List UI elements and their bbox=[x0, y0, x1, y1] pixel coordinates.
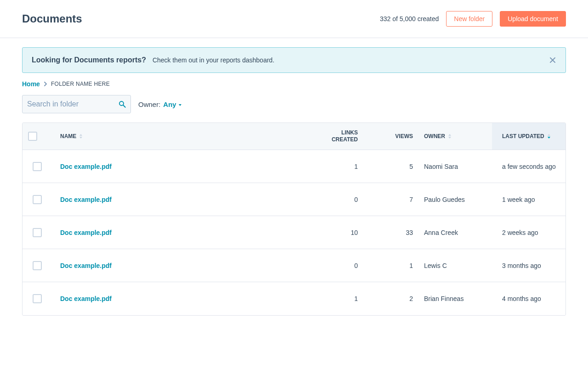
info-banner: Looking for Documents reports? Check the… bbox=[22, 47, 566, 73]
search-wrapper bbox=[22, 95, 131, 113]
column-header-last-updated[interactable]: LAST UPDATED bbox=[492, 123, 565, 150]
svg-marker-7 bbox=[548, 137, 550, 139]
document-link[interactable]: Doc example.pdf bbox=[60, 196, 112, 203]
column-header-links-created[interactable]: LINKS CREATED bbox=[308, 123, 363, 150]
page-title: Documents bbox=[22, 12, 82, 25]
row-checkbox-cell bbox=[23, 249, 50, 282]
breadcrumb-current: FOLDER NAME HERE bbox=[51, 81, 110, 87]
row-checkbox[interactable] bbox=[33, 294, 42, 303]
cell-links-created: 1 bbox=[308, 150, 363, 183]
column-header-owner-label: OWNER bbox=[424, 133, 445, 139]
cell-last-updated: a few seconds ago bbox=[492, 150, 565, 183]
column-header-last-updated-label: LAST UPDATED bbox=[502, 133, 544, 139]
document-link[interactable]: Doc example.pdf bbox=[60, 229, 112, 236]
svg-marker-6 bbox=[548, 134, 550, 136]
svg-marker-5 bbox=[448, 137, 451, 139]
cell-links-created: 0 bbox=[308, 249, 363, 282]
cell-name: Doc example.pdf bbox=[50, 249, 308, 282]
table-row: Doc example.pdf1033Anna Creek2 weeks ago bbox=[23, 216, 565, 249]
column-header-name-label: NAME bbox=[60, 133, 76, 139]
banner-title: Looking for Documents reports? bbox=[32, 56, 146, 64]
breadcrumb: Home FOLDER NAME HERE bbox=[22, 80, 566, 88]
cell-last-updated: 1 week ago bbox=[492, 183, 565, 216]
cell-views: 2 bbox=[363, 282, 418, 315]
cell-links-created: 0 bbox=[308, 183, 363, 216]
cell-last-updated: 4 months ago bbox=[492, 282, 565, 315]
upload-document-button[interactable]: Upload document bbox=[500, 11, 566, 27]
select-all-checkbox[interactable] bbox=[28, 132, 37, 141]
cell-views: 1 bbox=[363, 249, 418, 282]
cell-owner: Naomi Sara bbox=[418, 150, 492, 183]
svg-line-1 bbox=[123, 105, 125, 107]
svg-marker-3 bbox=[79, 137, 82, 139]
table-row: Doc example.pdf15Naomi Saraa few seconds… bbox=[23, 150, 565, 183]
cell-name: Doc example.pdf bbox=[50, 183, 308, 216]
table-row: Doc example.pdf07Paulo Guedes1 week ago bbox=[23, 183, 565, 216]
cell-views: 7 bbox=[363, 183, 418, 216]
cell-name: Doc example.pdf bbox=[50, 282, 308, 315]
owner-filter-dropdown[interactable]: Any bbox=[163, 100, 181, 108]
column-header-links-l2: CREATED bbox=[332, 136, 358, 143]
page-header: Documents 332 of 5,000 created New folde… bbox=[0, 0, 588, 38]
header-checkbox-cell bbox=[23, 123, 50, 150]
table-body: Doc example.pdf15Naomi Saraa few seconds… bbox=[23, 150, 565, 315]
cell-views: 5 bbox=[363, 150, 418, 183]
caret-down-icon bbox=[178, 100, 182, 108]
column-header-links-l1: LINKS bbox=[341, 129, 358, 136]
new-folder-button[interactable]: New folder bbox=[446, 11, 492, 27]
document-link[interactable]: Doc example.pdf bbox=[60, 163, 112, 170]
breadcrumb-home[interactable]: Home bbox=[22, 80, 40, 88]
cell-links-created: 10 bbox=[308, 216, 363, 249]
row-checkbox[interactable] bbox=[33, 162, 42, 171]
row-checkbox-cell bbox=[23, 282, 50, 315]
sort-icon bbox=[547, 134, 551, 139]
column-header-views-label: VIEWS bbox=[395, 133, 413, 139]
row-checkbox-cell bbox=[23, 183, 50, 216]
search-input[interactable] bbox=[22, 95, 131, 113]
page-content: Looking for Documents reports? Check the… bbox=[0, 38, 588, 334]
header-actions: 332 of 5,000 created New folder Upload d… bbox=[380, 11, 566, 27]
cell-owner: Brian Finneas bbox=[418, 282, 492, 315]
cell-name: Doc example.pdf bbox=[50, 150, 308, 183]
owner-filter: Owner: Any bbox=[138, 100, 182, 108]
cell-owner: Anna Creek bbox=[418, 216, 492, 249]
cell-last-updated: 2 weeks ago bbox=[492, 216, 565, 249]
cell-owner: Paulo Guedes bbox=[418, 183, 492, 216]
row-checkbox-cell bbox=[23, 216, 50, 249]
filter-bar: Owner: Any bbox=[22, 95, 566, 113]
sort-icon bbox=[79, 134, 83, 139]
svg-marker-2 bbox=[79, 134, 82, 136]
cell-last-updated: 3 months ago bbox=[492, 249, 565, 282]
column-header-views[interactable]: VIEWS bbox=[363, 123, 418, 150]
cell-name: Doc example.pdf bbox=[50, 216, 308, 249]
row-checkbox[interactable] bbox=[33, 261, 42, 270]
table-header: NAME LINKS CREATED VIEWS OWNER bbox=[23, 123, 565, 150]
document-link[interactable]: Doc example.pdf bbox=[60, 295, 112, 302]
owner-filter-label: Owner: bbox=[138, 100, 160, 108]
owner-filter-value: Any bbox=[163, 100, 176, 108]
cell-views: 33 bbox=[363, 216, 418, 249]
table-row: Doc example.pdf12Brian Finneas4 months a… bbox=[23, 282, 565, 315]
documents-table: NAME LINKS CREATED VIEWS OWNER bbox=[22, 122, 566, 316]
banner-subtitle: Check them out in your reports dashboard… bbox=[153, 56, 274, 64]
row-checkbox[interactable] bbox=[33, 195, 42, 204]
document-link[interactable]: Doc example.pdf bbox=[60, 262, 112, 269]
chevron-right-icon bbox=[43, 81, 48, 87]
table-row: Doc example.pdf01Lewis C3 months ago bbox=[23, 249, 565, 282]
svg-marker-4 bbox=[448, 134, 451, 136]
documents-count: 332 of 5,000 created bbox=[380, 15, 439, 22]
search-icon[interactable] bbox=[118, 100, 126, 108]
row-checkbox-cell bbox=[23, 150, 50, 183]
cell-owner: Lewis C bbox=[418, 249, 492, 282]
sort-icon bbox=[448, 134, 452, 139]
cell-links-created: 1 bbox=[308, 282, 363, 315]
column-header-owner[interactable]: OWNER bbox=[418, 123, 492, 150]
close-icon[interactable] bbox=[549, 56, 556, 64]
column-header-name[interactable]: NAME bbox=[50, 123, 308, 150]
row-checkbox[interactable] bbox=[33, 228, 42, 237]
